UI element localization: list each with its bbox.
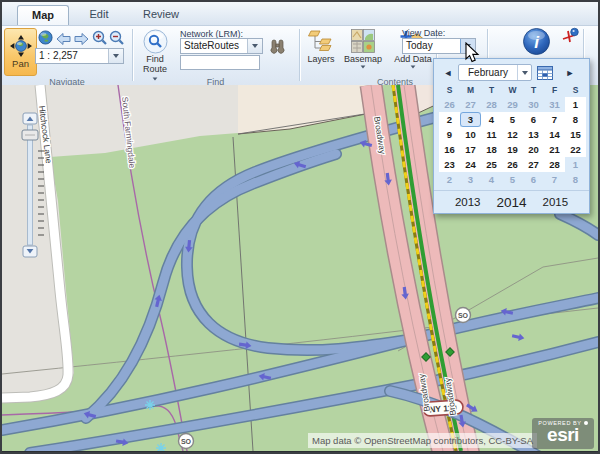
calendar-day[interactable]: 21 [544, 142, 565, 157]
route-shield-parkway: SO [456, 308, 471, 323]
calendar-day[interactable]: 17 [460, 142, 481, 157]
calendar-day[interactable]: 4 [481, 112, 502, 127]
calendar-day[interactable]: 1 [565, 157, 586, 172]
calendar-day-selected[interactable]: 3 [460, 112, 481, 127]
calendar-day[interactable]: 19 [502, 142, 523, 157]
route-search-input[interactable] [180, 55, 260, 70]
pan-icon [10, 35, 32, 57]
toolbar-divider [299, 29, 300, 81]
calendar-day[interactable]: 5 [502, 112, 523, 127]
chevron-down-icon [522, 71, 528, 75]
network-dropdown-button[interactable] [247, 39, 262, 53]
calendar-day[interactable]: 16 [439, 142, 460, 157]
calendar-day[interactable]: 1 [565, 97, 586, 112]
calendar-prev-month-button[interactable]: ◄ [442, 68, 454, 78]
view-date-value: Today [403, 39, 460, 53]
calendar-grid: 2627282930311234567891011121314151617181… [439, 97, 589, 187]
calendar-day[interactable]: 26 [439, 97, 460, 112]
calendar-day[interactable]: 8 [565, 172, 586, 187]
tab-map[interactable]: Map [17, 5, 69, 25]
calendar-next-month-button[interactable]: ► [564, 68, 576, 78]
calendar-day[interactable]: 2 [439, 172, 460, 187]
chevron-down-icon [361, 65, 366, 68]
calendar-day[interactable]: 26 [502, 157, 523, 172]
calendar-day[interactable]: 10 [460, 127, 481, 142]
calendar-day[interactable]: 23 [439, 157, 460, 172]
tab-edit[interactable]: Edit [72, 5, 126, 24]
calendar-header: ◄ February ► [442, 64, 589, 81]
svg-text:SO: SO [181, 438, 192, 445]
calendar-year[interactable]: 2015 [543, 196, 569, 208]
map-scale-combobox[interactable]: 1 : 2,257 [35, 48, 124, 64]
route-location-tool-button[interactable] [560, 26, 582, 46]
calendar-day[interactable]: 4 [481, 172, 502, 187]
zoom-in-button[interactable] [91, 29, 108, 46]
calendar-month-dropdown-button[interactable] [517, 65, 531, 80]
calendar-day[interactable]: 13 [523, 127, 544, 142]
tab-review[interactable]: Review [130, 5, 192, 24]
info-icon: i [522, 27, 551, 56]
calendar-day[interactable]: 8 [565, 112, 586, 127]
calendar-day-header: S [565, 84, 586, 97]
calendar-day[interactable]: 6 [523, 172, 544, 187]
calendar-day[interactable]: 3 [460, 172, 481, 187]
map-scale-dropdown-button[interactable] [108, 49, 123, 63]
calendar-month-value: February [459, 67, 517, 78]
esri-globe-dot [584, 421, 588, 425]
calendar-day[interactable]: 27 [523, 157, 544, 172]
find-route-button[interactable]: Find Route [138, 29, 172, 81]
calendar-years: 201320142015 [434, 190, 589, 213]
layers-label: Layers [307, 54, 334, 64]
calendar-day[interactable]: 9 [439, 127, 460, 142]
layers-button[interactable]: Layers [303, 30, 339, 64]
pan-button[interactable]: Pan [4, 28, 37, 76]
calendar-day[interactable]: 2 [439, 112, 460, 127]
info-button[interactable]: i [521, 26, 551, 56]
basemap-button[interactable]: Basemap [341, 29, 385, 69]
calendar-day[interactable]: 12 [502, 127, 523, 142]
calendar-day[interactable]: 31 [544, 97, 565, 112]
calendar-year[interactable]: 2013 [455, 196, 481, 208]
esri-logo: POWERED BY esri [532, 418, 594, 449]
globe-icon [38, 30, 53, 45]
calendar-day[interactable]: 30 [523, 97, 544, 112]
calendar-day[interactable]: 18 [481, 142, 502, 157]
residential-area [238, 85, 375, 134]
view-date-combobox[interactable]: Today [402, 38, 476, 54]
network-combobox[interactable]: StateRoutes [180, 38, 263, 54]
calendar-day[interactable]: 7 [544, 112, 565, 127]
calendar-day[interactable]: 15 [565, 127, 586, 142]
toolbar-divider [132, 29, 133, 81]
calendar-day[interactable]: 20 [523, 142, 544, 157]
full-extent-button[interactable] [37, 29, 54, 46]
calendar-day[interactable]: 22 [565, 142, 586, 157]
calendar-day-header: W [502, 84, 523, 97]
previous-extent-button[interactable] [55, 30, 72, 47]
forward-arrow-icon [74, 32, 89, 46]
calendar-day[interactable]: 28 [481, 97, 502, 112]
calendar-day-header: S [439, 84, 460, 97]
search-routes-button[interactable] [268, 38, 287, 55]
calendar-day[interactable]: 29 [502, 97, 523, 112]
chevron-down-icon [252, 44, 258, 48]
calendar-day[interactable]: 25 [481, 157, 502, 172]
zoom-out-icon [109, 30, 125, 46]
next-extent-button[interactable] [73, 30, 90, 47]
view-date-dropdown-button[interactable] [460, 39, 475, 53]
calendar-year[interactable]: 2014 [496, 195, 526, 210]
calendar-month-combobox[interactable]: February [458, 64, 532, 81]
calendar-day[interactable]: 27 [460, 97, 481, 112]
calendar-day[interactable]: 28 [544, 157, 565, 172]
ribbon-tab-bar: Map Edit Review [2, 2, 598, 26]
calendar-day[interactable]: 14 [544, 127, 565, 142]
calendar-day[interactable]: 5 [502, 172, 523, 187]
calendar-day[interactable]: 24 [460, 157, 481, 172]
calendar-day[interactable]: 11 [481, 127, 502, 142]
calendar-day[interactable]: 7 [544, 172, 565, 187]
calendar-day-header: F [544, 84, 565, 97]
calendar-view-button[interactable] [536, 65, 554, 81]
zoom-out-button[interactable] [108, 29, 125, 46]
find-route-label: Find Route [138, 55, 172, 75]
zoom-slider-track[interactable] [28, 125, 33, 245]
calendar-day[interactable]: 6 [523, 112, 544, 127]
